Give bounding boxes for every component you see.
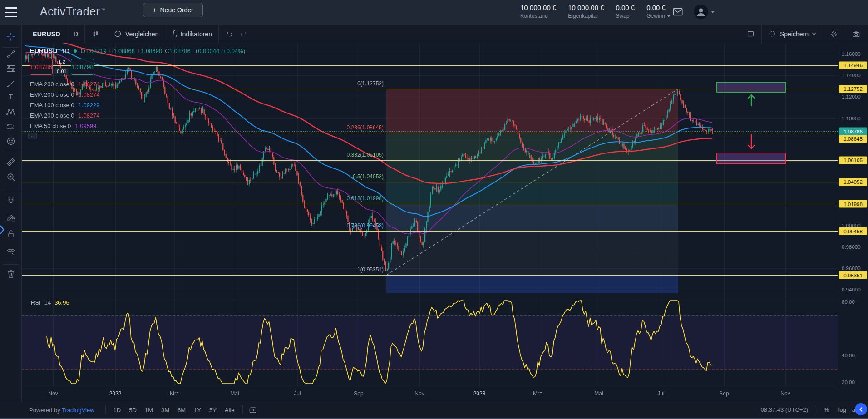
xabcd-pattern-icon	[5, 107, 16, 119]
range-3m[interactable]: 3M	[157, 407, 173, 414]
svg-text:T: T	[9, 93, 13, 101]
price-tick: 1.14000	[842, 73, 861, 78]
sidebar-tool-text[interactable]: T	[3, 91, 19, 105]
undo-icon	[225, 30, 234, 38]
range-1m[interactable]: 1M	[141, 407, 157, 414]
plus-circle-icon	[113, 30, 122, 38]
time-axis-label: Mai	[594, 390, 603, 397]
price-tick: 1.12000	[842, 94, 861, 99]
chart-canvas[interactable]	[22, 43, 838, 402]
chart-legend: EURUSD 1D O1.08719H1.08868L1.08690C1.087…	[30, 47, 245, 54]
avatar-caret-icon	[711, 11, 715, 13]
level-price-badge: 1.12752	[839, 85, 867, 93]
legend-symbol[interactable]: EURUSD	[30, 47, 58, 54]
time-axis-label: Mrz	[170, 390, 179, 397]
buy-price-button[interactable]: 1.08798	[71, 59, 94, 75]
clock[interactable]: 08:37:43 (UTC+2)	[761, 406, 808, 413]
sidebar-tool-drawing-lock[interactable]	[3, 212, 19, 225]
crosshair-icon	[5, 31, 16, 44]
price-tick: 0.96000	[842, 266, 861, 271]
toolbar-divider	[3, 190, 19, 190]
fib-level-label: 0.236(1.08645)	[347, 124, 384, 131]
save-button[interactable]: Speichern	[765, 25, 819, 43]
range-1d[interactable]: 1D	[109, 407, 125, 414]
sidebar-tool-zoom-in[interactable]	[3, 171, 19, 185]
goto-date-button[interactable]	[247, 402, 259, 418]
app-header: ActivTrader™ + Neue Order 10 000.00 €Kon…	[0, 0, 868, 25]
time-axis-label: Nov	[414, 390, 424, 397]
percent-scale-button[interactable]: %	[824, 406, 829, 413]
user-avatar[interactable]	[694, 5, 715, 19]
indicator-row[interactable]: EMA 200 close 01.08274	[30, 89, 100, 100]
panel-expand-chevron[interactable]	[0, 224, 5, 237]
stat-kontostand: 10 000.00 €Kontostand	[520, 4, 556, 19]
time-axis-label: Sep	[719, 390, 729, 397]
range-5d[interactable]: 5D	[125, 407, 141, 414]
sidebar-tool-forecast[interactable]	[3, 121, 19, 134]
price-tick: 0.94000	[842, 287, 861, 292]
indicator-legend: EMA 200 close 01.08274EMA 200 close 01.0…	[30, 79, 100, 131]
log-scale-button[interactable]: log	[838, 406, 846, 413]
menu-icon[interactable]	[5, 7, 17, 17]
range-1y[interactable]: 1Y	[190, 407, 205, 414]
chevron-down-icon	[667, 15, 671, 17]
sidebar-tool-ruler[interactable]	[3, 156, 19, 170]
account-stats: 10 000.00 €Kontostand10 000.00 €Eigenkap…	[520, 4, 671, 19]
time-axis-label: Mai	[230, 390, 239, 397]
time-axis-label: Mrz	[533, 390, 542, 397]
screenshot-button[interactable]	[849, 25, 863, 43]
level-price-badge: 0.99458	[839, 227, 867, 235]
layout-button[interactable]	[744, 25, 758, 43]
change-value: +0.00044 (+0.04%)	[195, 48, 245, 54]
indicator-row[interactable]: EMA 200 close 01.08274	[30, 110, 100, 121]
time-axis-label: 2022	[109, 390, 122, 397]
legend-interval[interactable]: 1D	[62, 48, 69, 54]
range-6m[interactable]: 6M	[173, 407, 190, 414]
indicators-button[interactable]: ƒx Indikatoren	[169, 25, 215, 43]
sidebar-tool-fib-retracement[interactable]	[3, 63, 19, 76]
sidebar-tool-hide-drawings[interactable]	[3, 245, 19, 259]
sidebar-tool-brush[interactable]	[3, 78, 19, 92]
sidebar-tool-trend-line[interactable]	[3, 48, 19, 62]
chart-type-button[interactable]	[89, 25, 103, 43]
sidebar-tool-magnet[interactable]	[3, 195, 19, 209]
hide-drawings-icon	[5, 246, 16, 258]
cloud-save-icon	[768, 30, 777, 38]
compare-button[interactable]: Vergleichen	[111, 25, 161, 43]
fib-level-label: 0.786(0.99458)	[347, 222, 384, 229]
sell-price-button[interactable]: 1.08786	[30, 59, 53, 75]
undo-button[interactable]	[222, 25, 237, 43]
rsi-tick: 80.00	[842, 299, 855, 305]
interval-button[interactable]: D	[71, 25, 81, 43]
time-axis-label: Sep	[354, 390, 363, 397]
symbol-button[interactable]: EURUSD	[22, 25, 63, 43]
trend-line-icon	[5, 49, 16, 61]
fib-level-label: 1(0.95351)	[357, 266, 384, 273]
indicator-row[interactable]: EMA 100 close 01.09229	[30, 100, 100, 110]
brush-icon	[5, 79, 16, 91]
mail-icon[interactable]	[672, 6, 684, 20]
collapse-panel-button[interactable]	[855, 403, 867, 415]
settings-button[interactable]	[827, 25, 841, 43]
sidebar-tool-lock-all[interactable]	[3, 228, 19, 242]
rsi-value: 36.96	[54, 299, 69, 306]
range-5y[interactable]: 5Y	[205, 407, 221, 414]
level-price-badge: 1.04052	[839, 178, 867, 186]
range-alle[interactable]: Alle	[221, 407, 239, 414]
price-scale[interactable]: 1.160001.140001.120001.100001.000000.980…	[838, 43, 868, 402]
stat-gewinn[interactable]: 0.00 €Gewinn	[646, 4, 671, 19]
lock-all-icon	[5, 228, 16, 241]
new-order-button[interactable]: + Neue Order	[143, 3, 203, 17]
sidebar-tool-crosshair[interactable]	[3, 31, 19, 44]
indicator-row[interactable]: EMA 50 close 01.09599	[30, 121, 100, 131]
sidebar-tool-remove-drawings[interactable]	[3, 268, 19, 281]
legend-collapse-button[interactable]	[28, 133, 37, 139]
toolbar-divider	[3, 264, 19, 265]
sidebar-tool-xabcd-pattern[interactable]	[3, 106, 19, 120]
time-axis-label: Nov	[780, 390, 790, 397]
gear-icon	[829, 30, 838, 39]
redo-button[interactable]	[237, 25, 251, 43]
indicator-row[interactable]: EMA 200 close 01.08274	[30, 79, 100, 89]
sidebar-tool-emoji[interactable]	[3, 135, 19, 149]
tradingview-link[interactable]: TradingView	[62, 407, 94, 414]
